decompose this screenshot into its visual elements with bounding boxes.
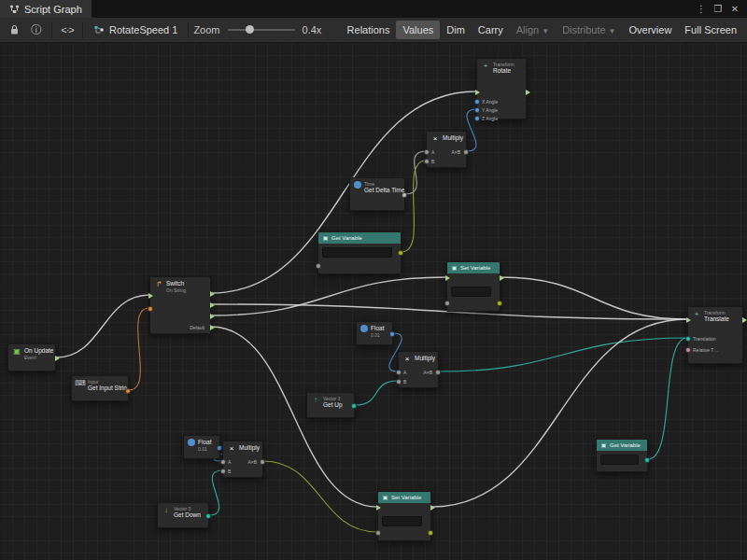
port-get-variable-1-obj[interactable]	[316, 263, 321, 269]
variable-name-field[interactable]	[322, 247, 392, 258]
close-button[interactable]: ✕	[726, 0, 743, 18]
port-translate-relative-to[interactable]	[685, 347, 691, 353]
port-rotate-x-angle[interactable]	[474, 99, 480, 105]
port-translate-translation[interactable]	[685, 336, 691, 342]
node-header: TimeGet Delta Time	[350, 178, 404, 196]
port-label: Y Angle	[482, 107, 498, 113]
lock-icon[interactable]	[4, 21, 24, 40]
port-multiply-3-out[interactable]	[260, 459, 265, 465]
port-set-variable-2-value[interactable]	[375, 530, 381, 536]
port-switch-on-string-case0[interactable]	[210, 291, 215, 297]
toolbar-button-distribute: Distribute▼	[556, 21, 622, 39]
zoom-to-fit-icon[interactable]: <·>	[57, 21, 78, 40]
port-multiply-2-out[interactable]	[435, 370, 441, 375]
graph-node-get-variable-2[interactable]: ▣Get Variable	[596, 439, 648, 472]
toolbar-button-overview[interactable]: Overview	[623, 21, 679, 39]
port-get-input-string-out[interactable]	[125, 388, 131, 394]
graph-node-rotate[interactable]: +TransformRotateX AngleY AngleZ Angle	[476, 58, 527, 119]
edge-switch_on_string-case2-to-set_variable_1-flow_in	[211, 277, 446, 315]
toolbar-button-full-screen[interactable]: Full Screen	[678, 21, 743, 39]
toolbar-button-dim[interactable]: Dim	[440, 21, 472, 39]
variable-name-field[interactable]	[600, 455, 639, 465]
port-translate-flow-in[interactable]	[686, 317, 691, 323]
port-set-variable-2-flow-in[interactable]	[376, 505, 381, 511]
variable-name-field[interactable]	[382, 516, 422, 526]
graph-node-float-1[interactable]: Float0.01	[356, 321, 393, 345]
port-switch-on-string-flow-in[interactable]	[148, 293, 153, 299]
node-header: Float0.01	[184, 436, 219, 454]
variable-name-field[interactable]	[451, 287, 491, 297]
port-rotate-z-angle[interactable]	[474, 116, 480, 121]
graph-node-set-variable-2[interactable]: ▣Set Variable	[377, 491, 431, 541]
port-vector3-get-up-out[interactable]	[351, 403, 357, 409]
variable-icon: ▣	[322, 235, 329, 242]
port-vector3-get-down-out[interactable]	[205, 513, 211, 519]
graph-breadcrumb[interactable]: RotateSpeed 1	[88, 24, 183, 35]
port-get-variable-2-out[interactable]	[644, 457, 650, 463]
port-switch-on-string-selector[interactable]	[148, 306, 153, 312]
node-title: Multiply	[239, 444, 260, 452]
port-multiply-1-a[interactable]	[424, 149, 430, 155]
graph-node-multiply-2[interactable]: ×MultiplyABA×B	[398, 351, 439, 388]
port-label: A×B	[247, 459, 257, 465]
port-label: Default	[190, 325, 204, 330]
port-rotate-y-angle[interactable]	[474, 107, 480, 113]
zoom-value: 0.4x	[303, 24, 322, 35]
variable-node-header: ▣Set Variable	[447, 262, 500, 273]
port-multiply-3-a[interactable]	[220, 459, 226, 465]
port-multiply-3-b[interactable]	[220, 469, 226, 474]
zoom-label: Zoom	[193, 24, 219, 35]
tab-script-graph[interactable]: Script Graph	[0, 0, 92, 18]
port-set-variable-1-out[interactable]	[497, 301, 502, 306]
graph-node-float-2[interactable]: Float0.01	[183, 435, 220, 459]
graph-node-multiply-1[interactable]: ×MultiplyABA×B	[426, 131, 467, 168]
graph-toolbar: ⓘ <·> RotateSpeed 1 Zoom 0.4x RelationsV…	[0, 18, 747, 43]
port-rotate-flow-out[interactable]	[526, 90, 530, 95]
port-set-variable-1-flow-in[interactable]	[445, 275, 450, 281]
float-icon	[360, 325, 368, 332]
port-set-variable-2-flow-out[interactable]	[430, 505, 435, 511]
port-get-variable-1-out[interactable]	[398, 250, 403, 256]
port-on-update-out[interactable]	[55, 356, 60, 361]
port-set-variable-1-value[interactable]	[444, 301, 450, 306]
port-rotate-flow-in[interactable]	[475, 90, 480, 95]
node-title: Float	[371, 325, 384, 332]
info-icon[interactable]: ⓘ	[26, 21, 47, 40]
port-multiply-2-a[interactable]	[396, 370, 402, 375]
node-header: ▣On UpdateEvent	[8, 344, 55, 362]
port-translate-flow-out[interactable]	[742, 317, 747, 323]
zoom-slider[interactable]	[228, 29, 295, 31]
graph-node-vector3-get-down[interactable]: ↓Vector 3Get Down	[157, 502, 209, 528]
window-menu-button[interactable]: ⋮	[693, 0, 710, 18]
graph-node-vector3-get-up[interactable]: ↑Vector 3Get Up	[306, 392, 355, 418]
toolbar-button-relations[interactable]: Relations	[341, 21, 397, 39]
port-switch-on-string-case1[interactable]	[210, 302, 215, 308]
graph-node-get-input-string[interactable]: ⌨InputGet Input Strin…	[71, 375, 129, 401]
port-switch-on-string-default[interactable]	[210, 325, 215, 330]
node-title: Rotate	[493, 67, 514, 75]
port-get-delta-time-out[interactable]	[402, 192, 407, 198]
toolbar-button-values[interactable]: Values	[396, 21, 440, 39]
port-set-variable-2-out[interactable]	[428, 530, 433, 536]
port-multiply-1-out[interactable]	[463, 149, 469, 155]
graph-canvas[interactable]: ▣On UpdateEvent⌨InputGet Input Strin…↱Sw…	[0, 43, 747, 560]
port-multiply-2-b[interactable]	[396, 379, 402, 385]
port-set-variable-1-flow-out[interactable]	[500, 275, 504, 281]
node-title: Get Up	[323, 401, 343, 409]
port-float-1-out[interactable]	[389, 331, 395, 337]
graph-node-get-variable-1[interactable]: ▣Get Variable	[317, 231, 402, 274]
edge-on_update-out-to-switch_on_string-flow_in	[56, 295, 149, 357]
graph-node-on-update[interactable]: ▣On UpdateEvent	[7, 343, 56, 371]
toolbar-button-carry[interactable]: Carry	[472, 21, 510, 39]
graph-node-translate[interactable]: +TransformTranslateTranslationRelative T…	[687, 306, 743, 364]
port-multiply-1-b[interactable]	[424, 159, 430, 164]
graph-node-switch-on-string[interactable]: ↱SwitchOn StringDefault	[149, 276, 211, 334]
graph-node-get-delta-time[interactable]: TimeGet Delta Time	[349, 177, 405, 211]
graph-node-multiply-3[interactable]: ×MultiplyABA×B	[222, 441, 263, 478]
port-switch-on-string-case2[interactable]	[210, 314, 215, 319]
zoom-slider-thumb[interactable]	[246, 25, 254, 34]
graph-node-set-variable-1[interactable]: ▣Set Variable	[446, 261, 500, 312]
maximize-button[interactable]: ❒	[710, 0, 726, 18]
node-subtitle: On String	[166, 287, 186, 293]
graph-name-label: RotateSpeed 1	[109, 24, 177, 35]
